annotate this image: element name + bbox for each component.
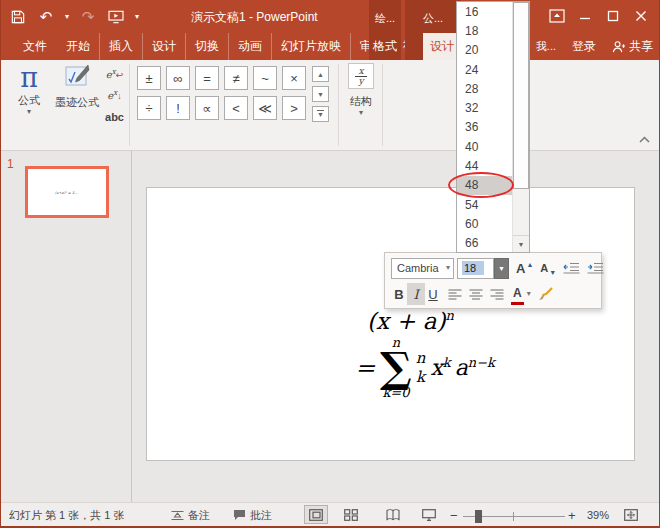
linear-format-button[interactable]: ex ↓ <box>101 86 128 105</box>
professional-format-button[interactable]: ex ↩ <box>101 65 128 84</box>
tell-me-box[interactable]: 我... <box>536 39 556 54</box>
tab-file[interactable]: 文件 <box>9 33 61 60</box>
symbol-tilde[interactable]: ~ <box>253 66 277 90</box>
tab-slideshow[interactable]: 幻灯片放映 <box>272 33 351 60</box>
symbol-infinity[interactable]: ∞ <box>166 66 190 90</box>
font-size-option[interactable]: 18 <box>457 21 512 40</box>
powerpoint-window: ↶ ▾ ↷ ▾ 演示文稿1 - PowerPoint 绘... 公... <box>0 0 660 528</box>
equation-line1[interactable]: (x + a)n <box>367 308 454 334</box>
shrink-font-button[interactable]: A▼ <box>540 257 556 279</box>
symbol-factorial[interactable]: ! <box>166 96 190 120</box>
slideshow-view-button[interactable] <box>417 505 441 524</box>
font-name-combo[interactable]: Cambria ▾ <box>391 258 454 279</box>
redo-button[interactable]: ↷ <box>79 7 97 27</box>
zoom-out-button[interactable]: − <box>450 503 458 527</box>
tab-home[interactable]: 开始 <box>57 33 100 60</box>
symbols-scroll-up-button[interactable]: ▲ <box>312 66 329 82</box>
structure-dropdown-caret: ▾ <box>359 109 363 117</box>
reading-view-button[interactable] <box>381 505 405 524</box>
symbol-divide[interactable]: ÷ <box>137 96 161 120</box>
symbol-equals[interactable]: = <box>195 66 219 90</box>
zoom-slider-thumb[interactable] <box>475 510 482 523</box>
tab-animations[interactable]: 动画 <box>229 33 272 60</box>
align-left-button[interactable] <box>448 283 462 305</box>
bold-button[interactable]: B <box>391 283 407 305</box>
font-size-option[interactable]: 40 <box>457 137 512 156</box>
tab-drawing-format[interactable]: 格式 <box>369 33 401 60</box>
grow-font-button[interactable]: A▲ <box>516 257 533 279</box>
save-button[interactable] <box>9 7 27 27</box>
comments-button[interactable]: 批注 <box>233 503 272 527</box>
slide-thumbnail[interactable]: (x+a)ⁿ = Σ… <box>25 166 109 218</box>
close-button[interactable] <box>627 5 655 27</box>
ribbon-display-options-button[interactable] <box>543 5 571 27</box>
equation-button[interactable]: π 公式 ▾ <box>7 63 51 125</box>
sign-in-link[interactable]: 登录 <box>572 38 596 55</box>
symbol-multiply[interactable]: × <box>282 66 306 90</box>
collapse-ribbon-button[interactable] <box>639 136 650 143</box>
maximize-button[interactable] <box>599 5 627 27</box>
dropdown-scrollbar[interactable]: ▼ <box>512 2 529 252</box>
ribbon: π 公式 ▾ 墨迹公式 ex ↩ ex ↓ abc 工具 ± <box>1 60 659 151</box>
font-size-option[interactable]: 28 <box>457 79 512 98</box>
font-size-option[interactable]: 20 <box>457 41 512 60</box>
zoom-level[interactable]: 39% <box>587 503 609 527</box>
equation-button-label: 公式 <box>18 93 40 108</box>
symbols-more-button[interactable]: ▼ <box>312 106 329 122</box>
font-size-option[interactable]: 36 <box>457 118 512 137</box>
contextual-group-equation-tools[interactable]: 公... <box>405 0 461 33</box>
font-size-dropdown-button[interactable]: ▼ <box>494 258 509 279</box>
font-color-caret[interactable]: ▾ <box>527 290 531 298</box>
structure-button[interactable]: x y 结构 ▾ <box>343 63 379 125</box>
font-size-option[interactable]: 16 <box>457 2 512 21</box>
status-bar: 幻灯片 第 1 张，共 1 张 备注 批注 − + 39% <box>1 502 659 526</box>
underline-button[interactable]: U <box>425 283 441 305</box>
decrease-indent-button[interactable] <box>563 257 580 279</box>
symbol-proportional[interactable]: ∝ <box>195 96 219 120</box>
undo-dropdown-caret[interactable]: ▾ <box>65 13 69 21</box>
align-right-button[interactable] <box>490 283 504 305</box>
fit-to-window-button[interactable] <box>619 505 643 524</box>
ribbon-display-options-icon <box>549 9 565 23</box>
notes-button[interactable]: 备注 <box>171 503 210 527</box>
minimize-button[interactable] <box>571 5 599 27</box>
font-color-button[interactable]: A <box>511 283 524 305</box>
customize-qat-caret[interactable]: ▾ <box>135 13 139 21</box>
font-size-option[interactable]: 60 <box>457 214 512 233</box>
tab-transitions[interactable]: 切换 <box>186 33 229 60</box>
increase-indent-button[interactable] <box>587 257 604 279</box>
italic-button-active[interactable]: I <box>407 283 425 305</box>
normal-view-button[interactable] <box>304 505 328 524</box>
sigma-glyph: ∑ <box>380 350 412 386</box>
start-slideshow-button[interactable] <box>107 7 125 27</box>
ink-equation-button[interactable]: 墨迹公式 <box>53 63 101 125</box>
summation-block: n ∑ k=0 <box>380 336 412 400</box>
notes-icon <box>171 510 184 521</box>
normal-text-button[interactable]: abc <box>101 107 128 126</box>
undo-button[interactable]: ↶ <box>37 7 55 27</box>
symbol-plus-minus[interactable]: ± <box>137 66 161 90</box>
font-size-option[interactable]: 24 <box>457 60 512 79</box>
slide-sorter-icon <box>344 509 358 521</box>
symbol-less-than[interactable]: < <box>224 96 248 120</box>
symbol-not-equal[interactable]: ≠ <box>224 66 248 90</box>
share-button[interactable]: 共享 <box>612 38 653 55</box>
font-size-option[interactable]: 66 <box>457 234 512 253</box>
format-painter-button[interactable] <box>538 283 553 305</box>
zoom-in-button[interactable]: + <box>568 503 576 527</box>
scrollbar-thumb[interactable] <box>513 2 529 189</box>
align-center-button[interactable] <box>469 283 483 305</box>
font-size-option[interactable]: 32 <box>457 98 512 117</box>
contextual-group-drawing-tools[interactable]: 绘... <box>369 0 401 33</box>
symbol-much-less[interactable]: ≪ <box>253 96 277 120</box>
font-size-input[interactable]: 18 <box>457 258 494 279</box>
scrollbar-down-button[interactable]: ▼ <box>513 235 529 252</box>
slide-sorter-view-button[interactable] <box>339 505 363 524</box>
tabrow-right-items: 我... 登录 共享 <box>536 33 653 60</box>
equation-line2[interactable]: = n ∑ k=0 n k xk an−k <box>355 336 495 400</box>
tab-insert[interactable]: 插入 <box>100 33 143 60</box>
binomial-n: n <box>416 349 426 368</box>
tab-design[interactable]: 设计 <box>143 33 186 60</box>
symbols-scroll-down-button[interactable]: ▼ <box>312 86 329 102</box>
symbol-greater-than[interactable]: > <box>282 96 306 120</box>
